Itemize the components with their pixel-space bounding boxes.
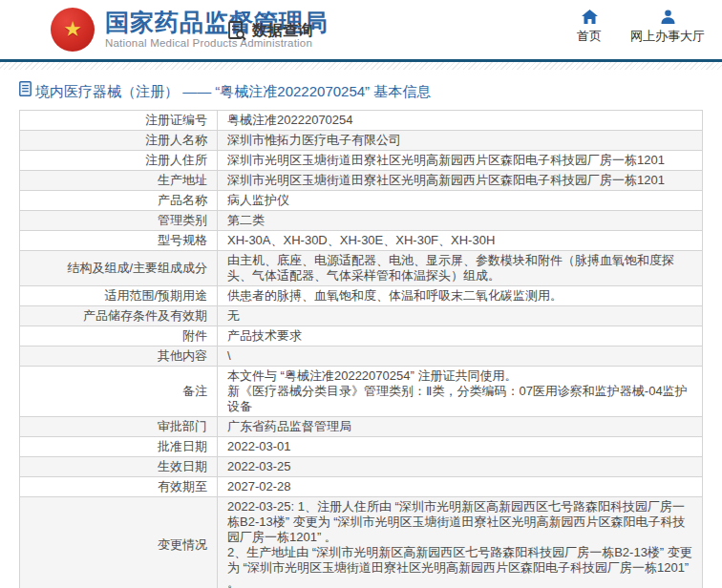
field-label: 适用范围/预期用途 — [20, 286, 218, 306]
header-stripe-band — [0, 62, 722, 70]
data-query-button[interactable]: 数据查询 — [226, 20, 313, 41]
field-label: 审批部门 — [20, 417, 218, 437]
field-label: 其他内容 — [20, 346, 218, 367]
table-row: 产品名称病人监护仪 — [20, 191, 703, 211]
field-label: 管理类别 — [20, 211, 218, 231]
field-label: 产品储存条件及有效期 — [20, 306, 218, 326]
site-header: ★ 国家药品监督管理局 National Medical Products Ad… — [0, 0, 722, 59]
table-row: 变更情况2022-03-25: 1、注册人住所由 “深圳市光明新区高新园西区七号… — [20, 497, 703, 588]
field-label: 结构及组成/主要组成成分 — [20, 251, 218, 286]
nav-home-label: 首页 — [577, 28, 602, 45]
data-query-label: 数据查询 — [252, 21, 313, 41]
field-label: 型号规格 — [20, 231, 218, 251]
field-value: 本文件与 “粤械注准20222070254” 注册证共同使用。 新《医疗器械分类… — [218, 367, 703, 417]
home-icon — [582, 10, 598, 24]
field-value: 供患者的脉搏、血氧饱和度、体温和呼吸末二氧化碳监测用。 — [218, 286, 703, 306]
field-label: 产品名称 — [20, 191, 218, 211]
table-row: 备注本文件与 “粤械注准20222070254” 注册证共同使用。 新《医疗器械… — [20, 367, 703, 417]
table-row: 审批部门广东省药品监督管理局 — [20, 417, 703, 437]
field-label: 有效期至 — [20, 477, 218, 497]
table-row: 其他内容\ — [20, 346, 703, 367]
field-value: 深圳市光明区玉塘街道田寮社区光明高新园西片区森阳电子科技园厂房一栋1201 — [218, 151, 703, 171]
table-row: 管理类别第二类 — [20, 211, 703, 231]
top-nav: 首页 网上办事大厅 — [577, 10, 705, 45]
table-row: 型号规格XH-30A、XH-30D、XH-30E、XH-30F、XH-30H — [20, 231, 703, 251]
field-value: 2027-02-28 — [218, 477, 703, 497]
field-value: 2022-03-01 — [218, 437, 703, 457]
field-value: 由主机、底座、电源适配器、电池、显示屏、参数模块和附件（脉搏血氧饱和度探头、气体… — [218, 251, 703, 286]
field-label: 变更情况 — [20, 497, 218, 588]
nav-online-hall[interactable]: 网上办事大厅 — [630, 10, 705, 45]
field-value: 产品技术要求 — [218, 326, 703, 346]
info-table-body: 注册证编号粤械注准20222070254注册人名称深圳市惟拓力医疗电子有限公司注… — [20, 111, 703, 588]
field-value: 无 — [218, 306, 703, 326]
field-value: 病人监护仪 — [218, 191, 703, 211]
table-row: 结构及组成/主要组成成分由主机、底座、电源适配器、电池、显示屏、参数模块和附件（… — [20, 251, 703, 286]
table-row: 注册人名称深圳市惟拓力医疗电子有限公司 — [20, 131, 703, 151]
field-label: 注册人住所 — [20, 151, 218, 171]
field-value: XH-30A、XH-30D、XH-30E、XH-30F、XH-30H — [218, 231, 703, 251]
table-row: 附件产品技术要求 — [20, 326, 703, 346]
field-value: 粤械注准20222070254 — [218, 111, 703, 131]
field-label: 注册人名称 — [20, 131, 218, 151]
emblem-star-icon: ★ — [63, 19, 82, 40]
field-value: 广东省药品监督管理局 — [218, 417, 703, 437]
table-row: 产品储存条件及有效期无 — [20, 306, 703, 326]
nav-home[interactable]: 首页 — [577, 10, 602, 45]
field-label: 生效日期 — [20, 457, 218, 477]
field-value: 2022-03-25 — [218, 457, 703, 477]
document-search-icon — [226, 20, 247, 41]
table-row: 注册证编号粤械注准20222070254 — [20, 111, 703, 131]
national-emblem-icon: ★ — [51, 8, 95, 52]
field-value: 2022-03-25: 1、注册人住所由 “深圳市光明新区高新园西区七号路森阳科… — [218, 497, 703, 588]
field-value: \ — [218, 346, 703, 367]
table-row: 适用范围/预期用途供患者的脉搏、血氧饱和度、体温和呼吸末二氧化碳监测用。 — [20, 286, 703, 306]
table-row: 生效日期2022-03-25 — [20, 457, 703, 477]
table-row: 生产地址深圳市光明区玉塘街道田寮社区光明高新园西片区森阳电子科技园厂房一栋120… — [20, 171, 703, 191]
field-label: 注册证编号 — [20, 111, 218, 131]
registration-info-table: 注册证编号粤械注准20222070254注册人名称深圳市惟拓力医疗电子有限公司注… — [19, 110, 703, 588]
breadcrumb: 境内医疗器械（注册） —— “粤械注准20222070254” 基本信息 — [19, 81, 703, 101]
person-icon — [661, 10, 675, 24]
table-row: 注册人住所深圳市光明区玉塘街道田寮社区光明高新园西片区森阳电子科技园厂房一栋12… — [20, 151, 703, 171]
document-icon — [19, 81, 32, 101]
table-row: 批准日期2022-03-01 — [20, 437, 703, 457]
field-label: 生产地址 — [20, 171, 218, 191]
field-value: 第二类 — [218, 211, 703, 231]
field-value: 深圳市惟拓力医疗电子有限公司 — [218, 131, 703, 151]
field-label: 备注 — [20, 367, 218, 417]
field-value: 深圳市光明区玉塘街道田寮社区光明高新园西片区森阳电子科技园厂房一栋1201 — [218, 171, 703, 191]
nav-online-hall-label: 网上办事大厅 — [630, 28, 705, 45]
breadcrumb-text: 境内医疗器械（注册） —— “粤械注准20222070254” 基本信息 — [35, 82, 431, 101]
field-label: 附件 — [20, 326, 218, 346]
field-label: 批准日期 — [20, 437, 218, 457]
table-row: 有效期至2027-02-28 — [20, 477, 703, 497]
